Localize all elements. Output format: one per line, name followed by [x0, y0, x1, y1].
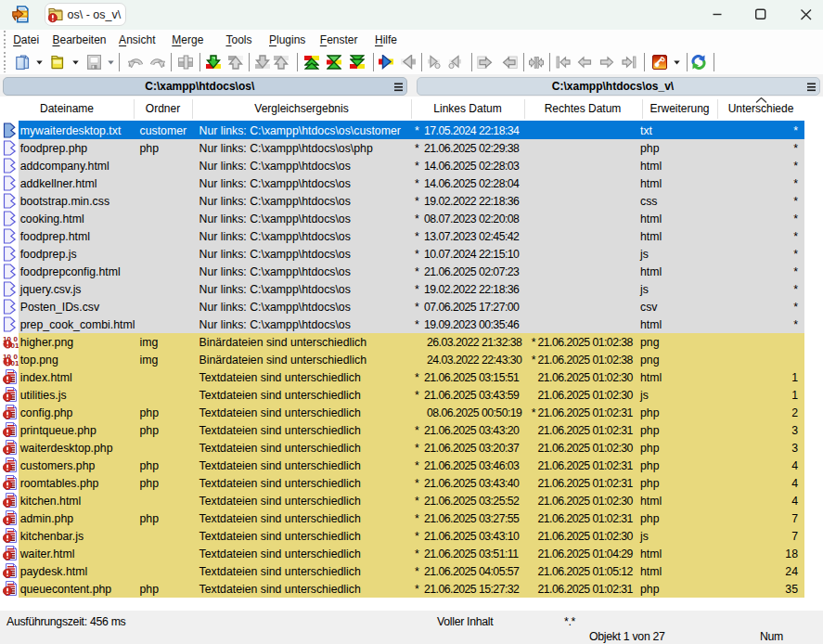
svg-text:01: 01: [10, 359, 19, 367]
svg-text:01: 01: [10, 341, 19, 349]
